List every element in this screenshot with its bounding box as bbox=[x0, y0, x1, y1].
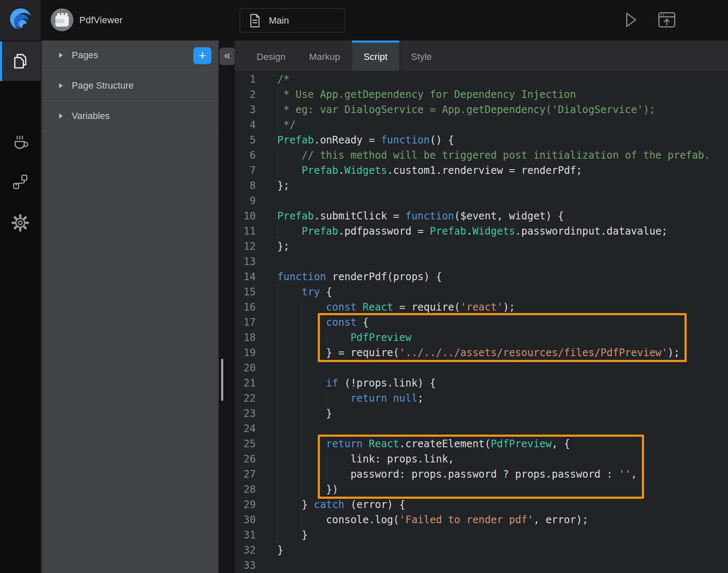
connector-icon bbox=[11, 173, 30, 191]
ide-window: PdfViewer Main bbox=[0, 0, 728, 573]
code-line[interactable] bbox=[277, 360, 728, 376]
line-number: 5 bbox=[235, 132, 256, 148]
code-line[interactable]: } = require('../../../assets/resources/f… bbox=[277, 345, 728, 360]
indent-guide bbox=[277, 315, 278, 330]
code-line[interactable]: const { bbox=[277, 315, 728, 330]
line-number: 10 bbox=[235, 208, 256, 224]
app-logo[interactable] bbox=[0, 0, 41, 41]
code-line[interactable]: /* bbox=[277, 72, 728, 87]
rail-item-settings[interactable] bbox=[0, 205, 41, 241]
indent-guide bbox=[277, 451, 278, 467]
code-token: Prefab bbox=[277, 210, 314, 222]
code-line[interactable]: }) bbox=[277, 482, 728, 497]
editor-tabbar: Design Markup Script Style bbox=[235, 41, 728, 71]
code-line[interactable]: } bbox=[277, 406, 728, 421]
code-line[interactable]: * eg: var DialogService = App.getDepende… bbox=[277, 102, 728, 117]
code-token: catch bbox=[314, 499, 344, 511]
panel-section-label: Variables bbox=[72, 111, 110, 122]
page-selector[interactable]: Main bbox=[240, 8, 345, 32]
line-number: 15 bbox=[235, 284, 256, 300]
indent-guide bbox=[302, 391, 302, 406]
code-line[interactable]: * Use App.getDependency for Dependency I… bbox=[277, 87, 728, 102]
code-token: Prefab bbox=[277, 134, 314, 146]
line-number: 6 bbox=[235, 148, 256, 163]
run-button[interactable] bbox=[621, 10, 640, 30]
line-number: 23 bbox=[235, 406, 256, 421]
panel-edge-gutter: « bbox=[219, 41, 235, 573]
code-line[interactable]: } bbox=[277, 543, 728, 558]
code-line[interactable]: } bbox=[277, 527, 728, 543]
code-line[interactable]: password: props.password ? props.passwor… bbox=[277, 467, 728, 482]
gear-icon bbox=[11, 213, 30, 232]
code-token: return bbox=[350, 392, 387, 404]
code-content[interactable]: /* * Use App.getDependency for Dependenc… bbox=[277, 72, 728, 573]
line-number: 14 bbox=[235, 269, 256, 284]
code-line[interactable]: // this method will be triggered post in… bbox=[277, 148, 728, 163]
code-line[interactable]: console.log('Failed to render pdf', erro… bbox=[277, 512, 728, 527]
publish-button[interactable] bbox=[658, 10, 676, 30]
code-line[interactable]: Prefab.submitClick = function($event, wi… bbox=[277, 208, 728, 224]
indent-guide bbox=[277, 117, 278, 132]
script-editor[interactable]: 1234567891011121314151617181920212223242… bbox=[235, 71, 728, 573]
line-number: 29 bbox=[235, 497, 256, 512]
add-page-button[interactable]: + bbox=[193, 47, 211, 64]
code-line[interactable]: link: props.link, bbox=[277, 451, 728, 467]
tab-script[interactable]: Script bbox=[352, 41, 399, 71]
code-line[interactable]: return React.createElement(PdfPreview, { bbox=[277, 436, 728, 451]
indent-guide bbox=[302, 436, 302, 451]
code-token bbox=[277, 332, 350, 343]
code-token: try bbox=[302, 286, 320, 298]
code-token: Widgets bbox=[344, 165, 387, 176]
rail-item-services[interactable] bbox=[0, 123, 41, 159]
code-line[interactable] bbox=[277, 193, 728, 208]
code-line[interactable]: function renderPdf(props) { bbox=[277, 269, 728, 284]
code-token: Prefab bbox=[302, 165, 338, 176]
line-number: 28 bbox=[235, 482, 256, 497]
code-line[interactable] bbox=[277, 421, 728, 436]
code-token: renderPdf(props) { bbox=[326, 271, 442, 283]
code-line[interactable]: } catch (error) { bbox=[277, 497, 728, 512]
code-line[interactable]: return null; bbox=[277, 391, 728, 406]
code-token bbox=[363, 438, 368, 450]
line-number: 7 bbox=[235, 163, 256, 178]
code-token: .custom1.renderview = renderPdf; bbox=[387, 165, 582, 176]
indent-guide bbox=[277, 330, 278, 345]
code-line[interactable]: Prefab.pdfpassword = Prefab.Widgets.pass… bbox=[277, 224, 728, 239]
collapse-panel-button[interactable]: « bbox=[219, 48, 235, 65]
code-token bbox=[387, 392, 393, 404]
panel-section-variables[interactable]: Variables bbox=[42, 101, 219, 131]
indent-guide bbox=[302, 360, 302, 376]
code-line[interactable]: try { bbox=[277, 284, 728, 300]
panel-section-pages[interactable]: Pages + bbox=[42, 41, 219, 70]
rail-item-orchestration[interactable] bbox=[0, 164, 41, 200]
panel-section-label: Pages bbox=[72, 50, 98, 61]
code-token: 'react' bbox=[460, 301, 503, 313]
code-line[interactable]: Prefab.onReady = function() { bbox=[277, 132, 728, 148]
code-line[interactable]: }; bbox=[277, 178, 728, 193]
panel-scrollbar-thumb[interactable] bbox=[221, 359, 223, 401]
rail-item-pages[interactable] bbox=[0, 41, 41, 81]
prefab-avatar-icon[interactable] bbox=[51, 8, 73, 31]
tab-design[interactable]: Design bbox=[245, 41, 297, 71]
tab-markup[interactable]: Markup bbox=[297, 41, 352, 71]
code-token: = require( bbox=[393, 301, 460, 313]
code-token: if bbox=[326, 377, 338, 389]
code-token: 'Failed to render pdf' bbox=[399, 514, 533, 526]
code-token bbox=[277, 165, 302, 176]
code-token: .pdfpassword = bbox=[338, 225, 430, 237]
code-token: '' bbox=[619, 468, 631, 480]
panel-section-page-structure[interactable]: Page Structure bbox=[42, 70, 219, 101]
code-token bbox=[277, 392, 350, 404]
code-line[interactable] bbox=[277, 558, 728, 573]
code-line[interactable]: PdfPreview bbox=[277, 330, 728, 345]
code-line[interactable]: if (!props.link) { bbox=[277, 376, 728, 391]
code-line[interactable] bbox=[277, 254, 728, 269]
code-line[interactable]: }; bbox=[277, 239, 728, 254]
indent-guide bbox=[302, 300, 302, 315]
code-line[interactable]: */ bbox=[277, 117, 728, 132]
code-line[interactable]: Prefab.Widgets.custom1.renderview = rend… bbox=[277, 163, 728, 178]
code-line[interactable]: const React = require('react'); bbox=[277, 300, 728, 315]
code-token: ($event, widget) { bbox=[454, 210, 564, 222]
tab-style[interactable]: Style bbox=[399, 41, 444, 71]
line-number: 16 bbox=[235, 300, 256, 315]
